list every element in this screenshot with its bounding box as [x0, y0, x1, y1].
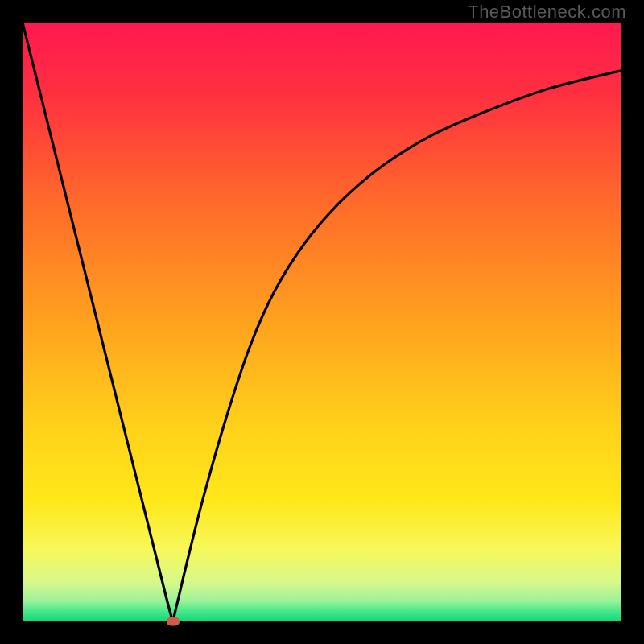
curve-right	[173, 71, 621, 621]
chart-frame: TheBottleneck.com	[0, 0, 644, 644]
plot-area	[23, 23, 621, 621]
curve-layer	[23, 23, 621, 621]
curve-left	[23, 23, 173, 621]
watermark-text: TheBottleneck.com	[468, 2, 626, 23]
bottleneck-marker	[167, 617, 180, 626]
